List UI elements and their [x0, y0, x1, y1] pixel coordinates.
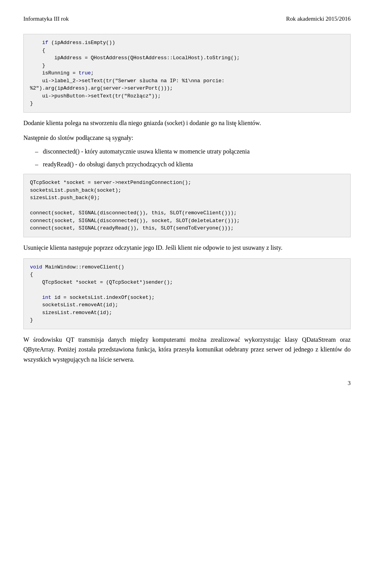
header-right: Rok akademicki 2015/2016 — [286, 16, 351, 22]
page: Informatyka III rok Rok akademicki 2015/… — [0, 0, 374, 410]
bullet-item-2: readyRead() - do obsługi danych przychod… — [35, 160, 351, 170]
page-header: Informatyka III rok Rok akademicki 2015/… — [23, 16, 351, 22]
header-left: Informatyka III rok — [23, 16, 69, 22]
bullet-item-1: disconnected() - który automatycznie usu… — [35, 147, 351, 157]
bullet-list: disconnected() - który automatycznie usu… — [35, 147, 351, 170]
code-block-1: if (ipAddress.isEmpty()) { ipAddress = Q… — [23, 34, 351, 113]
code-block-2: QTcpSocket *socket = server->nextPending… — [23, 174, 351, 237]
paragraph-1: Dodanie klienta polega na stworzeniu dla… — [23, 118, 351, 128]
code-block-3: void MainWindow::removeClient() { QTcpSo… — [23, 258, 351, 329]
bullet-intro: Następnie do slotów podłączane są sygnał… — [23, 133, 351, 143]
paragraph-2: Usunięcie klienta następuje poprzez odcz… — [23, 243, 351, 253]
page-number: 3 — [23, 380, 351, 387]
paragraph-3: W środowisku QT transmisja danych między… — [23, 335, 351, 365]
